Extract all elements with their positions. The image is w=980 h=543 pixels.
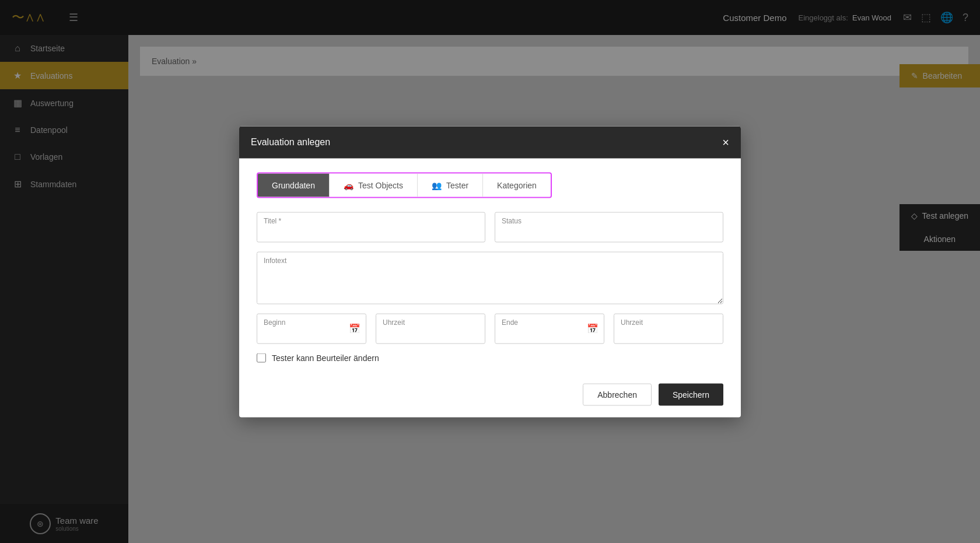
tab-grunddaten[interactable]: Grunddaten xyxy=(258,173,330,197)
infotext-row: Infotext xyxy=(257,251,723,304)
modal-title: Evaluation anlegen xyxy=(251,137,330,148)
status-label: Status xyxy=(502,216,522,225)
infotext-label: Infotext xyxy=(264,256,286,264)
uhrzeit1-label: Uhrzeit xyxy=(383,318,405,326)
tab-kategorien-label: Kategorien xyxy=(497,180,537,190)
beginn-label: Beginn xyxy=(264,318,285,326)
beginn-field: Beginn 📅 xyxy=(257,313,366,344)
infotext-field: Infotext xyxy=(257,251,723,304)
infotext-textarea[interactable] xyxy=(257,251,723,304)
ende-label: Ende xyxy=(502,318,518,326)
tab-kategorien[interactable]: Kategorien xyxy=(483,173,551,197)
tab-tester[interactable]: 👥 Tester xyxy=(418,173,483,197)
modal-body: Grunddaten 🚗 Test Objects 👥 Tester Kateg… xyxy=(239,158,741,374)
tabs-container: Grunddaten 🚗 Test Objects 👥 Tester Kateg… xyxy=(257,172,552,198)
evaluation-modal: Evaluation anlegen × Grunddaten 🚗 Test O… xyxy=(239,126,741,417)
modal-header: Evaluation anlegen × xyxy=(239,126,741,158)
tab-tester-label: Tester xyxy=(446,180,468,190)
checkbox-row: Tester kann Beurteiler ändern xyxy=(257,353,723,362)
date-row: Beginn 📅 Uhrzeit Ende 📅 Uhrzeit xyxy=(257,313,723,344)
titel-input[interactable] xyxy=(257,212,485,242)
ende-field: Ende 📅 xyxy=(495,313,604,344)
titel-label: Titel * xyxy=(264,216,281,225)
uhrzeit2-label: Uhrzeit xyxy=(621,318,643,326)
titel-field: Titel * xyxy=(257,212,485,242)
car-icon: 🚗 xyxy=(344,180,354,190)
status-field: Status ENTWURF xyxy=(495,212,723,242)
tester-checkbox[interactable] xyxy=(257,353,266,362)
tab-grunddaten-label: Grunddaten xyxy=(272,180,315,190)
tab-test-objects[interactable]: 🚗 Test Objects xyxy=(330,173,418,197)
uhrzeit1-field: Uhrzeit xyxy=(376,313,485,344)
modal-close-button[interactable]: × xyxy=(722,135,729,149)
abbrechen-button[interactable]: Abbrechen xyxy=(583,383,652,405)
modal-footer: Abbrechen Speichern xyxy=(239,374,741,417)
speichern-button[interactable]: Speichern xyxy=(659,383,723,405)
checkbox-label: Tester kann Beurteiler ändern xyxy=(272,353,379,362)
users-icon: 👥 xyxy=(432,180,442,190)
status-input[interactable]: ENTWURF xyxy=(495,212,723,242)
uhrzeit2-field: Uhrzeit xyxy=(614,313,723,344)
tab-test-objects-label: Test Objects xyxy=(358,180,403,190)
title-status-row: Titel * Status ENTWURF xyxy=(257,212,723,242)
